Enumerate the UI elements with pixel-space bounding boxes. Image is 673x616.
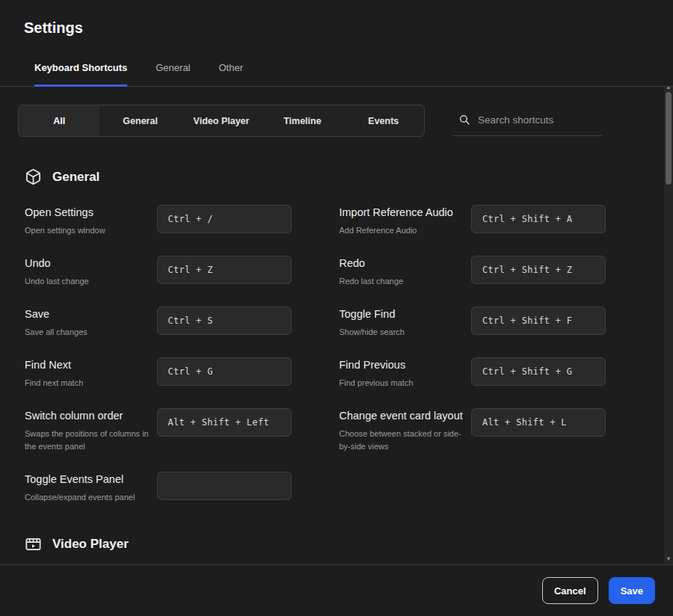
shortcut-desc: Choose between stacked or side-by-side v… xyxy=(339,428,465,453)
save-button[interactable]: Save xyxy=(609,577,655,604)
shortcut-row-find-previous: Find Previous Find previous match Ctrl +… xyxy=(339,357,606,389)
shortcut-row-find-next: Find Next Find next match Ctrl + G xyxy=(25,357,292,389)
section-header-general: General xyxy=(25,168,664,185)
shortcut-row-change-event-card-layout: Change event card layout Choose between … xyxy=(339,408,606,453)
search-input[interactable] xyxy=(478,114,610,126)
tab-other[interactable]: Other xyxy=(219,62,244,87)
scroll-up-icon[interactable]: ▲ xyxy=(665,87,672,91)
shortcut-key-input[interactable]: Ctrl + Shift + Z xyxy=(471,256,606,284)
shortcut-desc: Swaps the positions of columns in the ev… xyxy=(25,428,150,453)
shortcut-desc: Collapse/expand events panel xyxy=(25,491,150,504)
shortcut-name: Toggle Events Panel xyxy=(25,473,150,485)
filter-video-player[interactable]: Video Player xyxy=(181,105,262,136)
dialog-header: Settings Keyboard Shortcuts General Othe… xyxy=(0,0,673,87)
shortcut-grid: Open Settings Open settings window Ctrl … xyxy=(0,205,664,504)
shortcut-desc: Open settings window xyxy=(25,224,150,237)
filter-events[interactable]: Events xyxy=(343,105,424,136)
shortcut-row-undo: Undo Undo last change Ctrl + Z xyxy=(25,256,292,288)
shortcut-row-switch-column-order: Switch column order Swaps the positions … xyxy=(25,408,292,453)
video-player-icon xyxy=(25,535,42,552)
shortcut-key-input[interactable]: Ctrl + / xyxy=(157,205,292,233)
search-icon xyxy=(458,114,470,126)
shortcuts-scroll-area: All General Video Player Timeline Events xyxy=(0,87,673,564)
shortcut-row-toggle-find: Toggle Find Show/hide search Ctrl + Shif… xyxy=(339,307,606,339)
page-title: Settings xyxy=(24,19,673,37)
shortcut-key-input[interactable]: Alt + Shift + L xyxy=(471,408,606,437)
shortcut-key-input[interactable]: Ctrl + Z xyxy=(157,256,292,284)
search-shortcuts xyxy=(452,106,602,136)
shortcut-name: Change event card layout xyxy=(339,410,465,422)
shortcut-name: Toggle Find xyxy=(339,308,465,320)
shortcut-key-input[interactable]: Ctrl + G xyxy=(157,357,292,386)
tab-general[interactable]: General xyxy=(156,62,190,87)
shortcut-desc: Redo last change xyxy=(339,275,465,288)
shortcut-row-import-reference-audio: Import Reference Audio Add Reference Aud… xyxy=(339,205,606,237)
shortcut-name: Find Previous xyxy=(339,359,465,371)
shortcut-key-input[interactable]: Ctrl + Shift + G xyxy=(471,357,606,386)
shortcut-name: Undo xyxy=(25,257,150,269)
scrollbar-thumb[interactable] xyxy=(666,92,672,185)
shortcut-key-input[interactable]: Ctrl + Shift + F xyxy=(471,307,606,335)
shortcut-key-input[interactable]: Ctrl + Shift + A xyxy=(471,205,606,233)
tab-keyboard-shortcuts[interactable]: Keyboard Shortcuts xyxy=(34,62,127,87)
shortcut-name: Switch column order xyxy=(25,410,150,422)
filter-timeline[interactable]: Timeline xyxy=(262,105,342,136)
cube-icon xyxy=(25,168,42,185)
shortcut-desc: Save all changes xyxy=(25,326,150,339)
shortcut-name: Save xyxy=(25,308,150,320)
scroll-down-icon[interactable]: ▼ xyxy=(665,555,672,563)
dialog-footer: Cancel Save xyxy=(0,564,673,616)
shortcut-row-redo: Redo Redo last change Ctrl + Shift + Z xyxy=(339,256,606,288)
shortcut-name: Find Next xyxy=(25,359,150,371)
shortcut-row-open-settings: Open Settings Open settings window Ctrl … xyxy=(25,205,292,237)
section-title: Video Player xyxy=(52,537,129,552)
shortcut-key-input[interactable] xyxy=(157,472,292,500)
shortcut-row-toggle-events-panel: Toggle Events Panel Collapse/expand even… xyxy=(25,472,292,504)
settings-tabs: Keyboard Shortcuts General Other xyxy=(0,62,673,86)
shortcuts-toolbar: All General Video Player Timeline Events xyxy=(0,87,664,137)
shortcut-name: Open Settings xyxy=(25,206,150,218)
shortcut-name: Import Reference Audio xyxy=(339,206,465,218)
shortcut-name: Redo xyxy=(339,257,465,269)
cancel-button[interactable]: Cancel xyxy=(542,577,598,604)
shortcut-desc: Find previous match xyxy=(339,377,465,389)
shortcut-key-input[interactable]: Alt + Shift + Left xyxy=(157,408,292,437)
shortcut-desc: Add Reference Audio xyxy=(339,224,465,237)
shortcut-row-save: Save Save all changes Ctrl + S xyxy=(25,307,292,339)
filter-all[interactable]: All xyxy=(19,105,99,136)
section-header-video-player: Video Player xyxy=(25,535,664,552)
vertical-scrollbar[interactable]: ▲ ▼ xyxy=(664,87,673,564)
settings-dialog: Settings Keyboard Shortcuts General Othe… xyxy=(0,0,673,616)
shortcut-desc: Undo last change xyxy=(25,275,150,288)
category-filter: All General Video Player Timeline Events xyxy=(18,105,425,137)
shortcut-desc: Find next match xyxy=(25,377,150,389)
filter-general[interactable]: General xyxy=(99,105,180,136)
shortcut-desc: Show/hide search xyxy=(339,326,465,339)
section-title: General xyxy=(52,170,99,185)
shortcut-key-input[interactable]: Ctrl + S xyxy=(157,307,292,335)
